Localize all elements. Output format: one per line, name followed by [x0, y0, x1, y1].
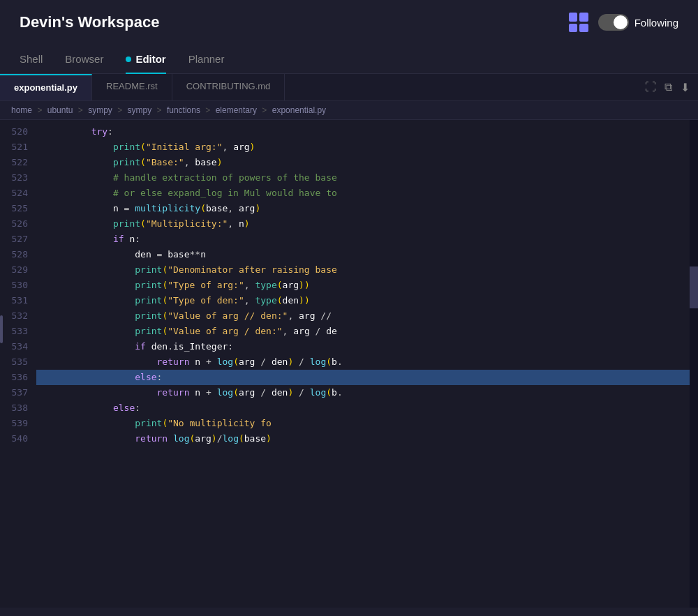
file-tabs: exponential.py README.rst CONTRIBUTING.m…: [0, 74, 698, 101]
ln-538: 538: [0, 400, 36, 416]
ln-536: 536: [0, 370, 36, 385]
minimap-thumb: [690, 266, 698, 308]
ln-540: 540: [0, 431, 36, 446]
ln-530: 530: [0, 278, 36, 293]
code-line-534: if den.is_Integer:: [36, 339, 690, 354]
ln-520: 520: [0, 124, 36, 140]
code-line-531: print("Type of den:", type(den)): [36, 293, 690, 308]
code-line-538: else:: [36, 400, 690, 416]
download-icon[interactable]: ⬇: [681, 81, 690, 94]
code-line-522: print("Base:", base): [36, 155, 690, 170]
code-content[interactable]: try: print("Initial arg:", arg) print("B…: [36, 120, 690, 608]
header-actions: Following: [569, 13, 678, 32]
tab-shell-label: Shell: [20, 53, 43, 65]
workspace-title: Devin's Workspace: [20, 13, 159, 31]
breadcrumb-ubuntu: ubuntu: [47, 105, 73, 115]
tab-shell[interactable]: Shell: [20, 45, 43, 73]
breadcrumb-elementary: elementary: [216, 105, 257, 115]
ln-528: 528: [0, 247, 36, 262]
tab-editor-label: Editor: [135, 53, 165, 65]
ln-539: 539: [0, 416, 36, 431]
header: Devin's Workspace Following: [0, 0, 698, 45]
tab-browser-label: Browser: [65, 53, 103, 65]
ln-525: 525: [0, 201, 36, 216]
code-line-540: return log(arg)/log(base): [36, 431, 690, 446]
code-line-533: print("Value of arg / den:", arg / de: [36, 324, 690, 339]
following-label: Following: [634, 17, 678, 29]
code-area: 520 521 522 523 524 525 526 527 528 529 …: [0, 120, 698, 608]
ln-521: 521: [0, 140, 36, 155]
tab-planner-label: Planner: [188, 53, 225, 65]
tab-planner[interactable]: Planner: [188, 45, 225, 73]
code-line-526: print("Multiplicity:", n): [36, 216, 690, 232]
file-tab-exponential-label: exponential.py: [14, 82, 77, 93]
file-tab-readme[interactable]: README.rst: [92, 74, 172, 100]
code-line-537: return n + log(arg / den) / log(b.: [36, 385, 690, 400]
ln-523: 523: [0, 170, 36, 186]
breadcrumb-sympy2: sympy: [128, 105, 152, 115]
breadcrumb-functions: functions: [167, 105, 200, 115]
ln-535: 535: [0, 354, 36, 370]
code-line-523: # handle extraction of powers of the bas…: [36, 170, 690, 186]
minimap[interactable]: [690, 120, 698, 608]
code-line-528: den = base**n: [36, 247, 690, 262]
file-tab-contributing-label: CONTRIBUTING.md: [186, 81, 271, 91]
tab-editor[interactable]: Editor: [126, 45, 165, 73]
fullscreen-icon[interactable]: ⛶: [645, 81, 656, 93]
ln-522: 522: [0, 155, 36, 170]
code-line-532: print("Value of arg // den:", arg //: [36, 308, 690, 324]
ln-527: 527: [0, 232, 36, 247]
ln-534: 534: [0, 339, 36, 354]
code-line-527: if n:: [36, 232, 690, 247]
code-line-524: # or else expand_log in Mul would have t…: [36, 186, 690, 201]
ln-533: 533: [0, 324, 36, 339]
file-tab-actions: ⛶ ⧉ ⬇: [645, 74, 698, 100]
code-line-535: return n + log(arg / den) / log(b.: [36, 354, 690, 370]
ln-524: 524: [0, 186, 36, 201]
code-line-530: print("Type of arg:", type(arg)): [36, 278, 690, 293]
code-line-529: print("Denominator after raising base: [36, 262, 690, 278]
breadcrumb-file: exponential.py: [272, 105, 326, 115]
breadcrumb-home: home: [11, 105, 32, 115]
file-tab-exponential[interactable]: exponential.py: [0, 74, 92, 100]
ln-526: 526: [0, 216, 36, 232]
left-scrollbar[interactable]: [0, 315, 3, 343]
code-line-539: print("No multiplicity fo: [36, 416, 690, 431]
split-icon[interactable]: ⧉: [664, 81, 672, 93]
code-line-520: try:: [36, 124, 690, 140]
code-line-525: n = multiplicity(base, arg): [36, 201, 690, 216]
following-toggle[interactable]: [598, 14, 629, 31]
ln-529: 529: [0, 262, 36, 278]
ln-531: 531: [0, 293, 36, 308]
editor-dot: [126, 57, 131, 62]
ln-537: 537: [0, 385, 36, 400]
code-line-536: else:: [36, 370, 690, 385]
file-tab-readme-label: README.rst: [106, 81, 158, 91]
nav-tabs: Shell Browser Editor Planner: [0, 45, 698, 74]
following-toggle-container: Following: [598, 14, 678, 31]
breadcrumb: home > ubuntu > sympy > sympy > function…: [0, 101, 698, 120]
file-tab-contributing[interactable]: CONTRIBUTING.md: [172, 74, 285, 100]
tab-browser[interactable]: Browser: [65, 45, 103, 73]
ln-532: 532: [0, 308, 36, 324]
breadcrumb-sympy1: sympy: [88, 105, 112, 115]
line-numbers: 520 521 522 523 524 525 526 527 528 529 …: [0, 120, 36, 608]
grid-icon[interactable]: [569, 13, 588, 32]
editor-container: exponential.py README.rst CONTRIBUTING.m…: [0, 74, 698, 608]
code-line-521: print("Initial arg:", arg): [36, 140, 690, 155]
